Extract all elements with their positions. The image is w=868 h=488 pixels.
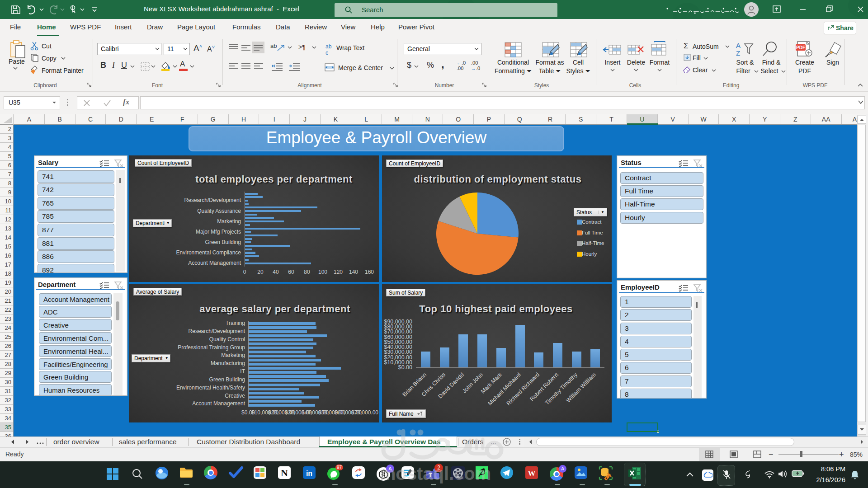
svg-text:mostaql.com: mostaql.com [380,464,491,483]
svg-text:PDF: PDF [796,45,805,50]
svg-text:N: N [281,467,288,479]
svg-text:in: in [306,469,312,477]
svg-text:W: W [528,469,536,478]
